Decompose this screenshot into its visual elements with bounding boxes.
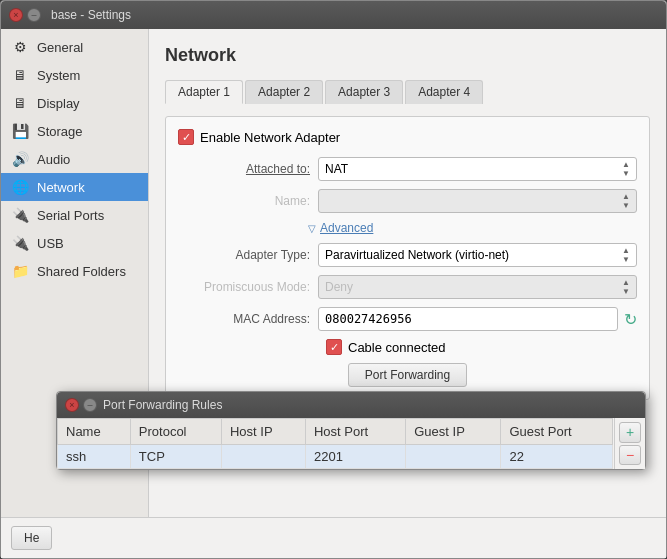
cell-protocol: TCP bbox=[130, 445, 221, 469]
audio-icon: 🔊 bbox=[11, 150, 29, 168]
col-guest-ip: Guest IP bbox=[406, 419, 501, 445]
cell-guest-port: 22 bbox=[501, 445, 613, 469]
help-button[interactable]: He bbox=[11, 526, 52, 550]
adapter-type-label: Adapter Type: bbox=[178, 248, 318, 262]
advanced-arrow-icon: ▽ bbox=[308, 223, 316, 234]
sidebar-item-general[interactable]: ⚙ General bbox=[1, 33, 148, 61]
port-forwarding-table: Name Protocol Host IP Host Port Guest IP… bbox=[57, 418, 613, 469]
add-rule-button[interactable]: + bbox=[619, 422, 641, 443]
settings-box: ✓ Enable Network Adapter Attached to: NA… bbox=[165, 116, 650, 400]
col-protocol: Protocol bbox=[130, 419, 221, 445]
display-icon: 🖥 bbox=[11, 94, 29, 112]
promiscuous-value: Deny bbox=[325, 280, 622, 294]
mac-address-input[interactable] bbox=[318, 307, 618, 331]
name-label: Name: bbox=[178, 194, 318, 208]
adapter-type-select[interactable]: Paravirtualized Network (virtio-net) ▲▼ bbox=[318, 243, 637, 267]
tab-adapter4[interactable]: Adapter 4 bbox=[405, 80, 483, 104]
adapter-tabs: Adapter 1 Adapter 2 Adapter 3 Adapter 4 bbox=[165, 80, 650, 104]
usb-icon: 🔌 bbox=[11, 234, 29, 252]
table-wrapper: Name Protocol Host IP Host Port Guest IP… bbox=[57, 418, 645, 469]
general-icon: ⚙ bbox=[11, 38, 29, 56]
sidebar-item-audio[interactable]: 🔊 Audio bbox=[1, 145, 148, 173]
col-name: Name bbox=[58, 419, 131, 445]
cable-connected-checkbox[interactable]: ✓ bbox=[326, 339, 342, 355]
sidebar-label-system: System bbox=[37, 68, 80, 83]
enable-network-row: ✓ Enable Network Adapter bbox=[178, 129, 637, 145]
cell-name: ssh bbox=[58, 445, 131, 469]
remove-rule-button[interactable]: − bbox=[619, 445, 641, 466]
tab-adapter2[interactable]: Adapter 2 bbox=[245, 80, 323, 104]
sidebar-label-shared-folders: Shared Folders bbox=[37, 264, 126, 279]
adapter-type-spinner[interactable]: ▲▼ bbox=[622, 246, 630, 264]
sidebar-label-usb: USB bbox=[37, 236, 64, 251]
attached-to-spinner[interactable]: ▲▼ bbox=[622, 160, 630, 178]
minimize-button[interactable]: – bbox=[27, 8, 41, 22]
dialog-title: Port Forwarding Rules bbox=[103, 398, 222, 412]
window-title: base - Settings bbox=[51, 8, 131, 22]
page-title: Network bbox=[165, 45, 650, 66]
cable-connected-label: Cable connected bbox=[348, 340, 446, 355]
cell-guest-ip bbox=[406, 445, 501, 469]
name-input[interactable]: ▲▼ bbox=[318, 189, 637, 213]
enable-network-label: Enable Network Adapter bbox=[200, 130, 340, 145]
port-forwarding-row: Port Forwarding bbox=[178, 363, 637, 387]
dialog-title-buttons: × – bbox=[65, 398, 97, 412]
table-row[interactable]: ssh TCP 2201 22 bbox=[58, 445, 613, 469]
sidebar-label-network: Network bbox=[37, 180, 85, 195]
sidebar-item-display[interactable]: 🖥 Display bbox=[1, 89, 148, 117]
cell-host-ip bbox=[221, 445, 305, 469]
mac-address-row: MAC Address: ↻ bbox=[178, 307, 637, 331]
title-bar-buttons: × – bbox=[9, 8, 41, 22]
mac-address-label: MAC Address: bbox=[178, 312, 318, 326]
name-spinner[interactable]: ▲▼ bbox=[622, 192, 630, 210]
advanced-row: ▽ Advanced bbox=[178, 221, 637, 235]
attached-to-value: NAT bbox=[325, 162, 622, 176]
sidebar-label-storage: Storage bbox=[37, 124, 83, 139]
sidebar-label-serial-ports: Serial Ports bbox=[37, 208, 104, 223]
dialog-close-button[interactable]: × bbox=[65, 398, 79, 412]
enable-network-checkbox[interactable]: ✓ bbox=[178, 129, 194, 145]
promiscuous-label: Promiscuous Mode: bbox=[178, 280, 318, 294]
sidebar-label-display: Display bbox=[37, 96, 80, 111]
sidebar-label-audio: Audio bbox=[37, 152, 70, 167]
sidebar-item-storage[interactable]: 💾 Storage bbox=[1, 117, 148, 145]
sidebar-item-usb[interactable]: 🔌 USB bbox=[1, 229, 148, 257]
dialog-content: Name Protocol Host IP Host Port Guest IP… bbox=[57, 418, 645, 469]
storage-icon: 💾 bbox=[11, 122, 29, 140]
promiscuous-spinner[interactable]: ▲▼ bbox=[622, 278, 630, 296]
main-window: × – base - Settings ⚙ General 🖥 System 🖥… bbox=[0, 0, 667, 559]
adapter-type-row: Adapter Type: Paravirtualized Network (v… bbox=[178, 243, 637, 267]
tab-adapter1[interactable]: Adapter 1 bbox=[165, 80, 243, 104]
promiscuous-row: Promiscuous Mode: Deny ▲▼ bbox=[178, 275, 637, 299]
shared-folders-icon: 📁 bbox=[11, 262, 29, 280]
sidebar-item-shared-folders[interactable]: 📁 Shared Folders bbox=[1, 257, 148, 285]
attached-to-label: Attached to: bbox=[178, 162, 318, 176]
network-icon: 🌐 bbox=[11, 178, 29, 196]
sidebar-item-system[interactable]: 🖥 System bbox=[1, 61, 148, 89]
cell-host-port: 2201 bbox=[305, 445, 405, 469]
cable-connected-row: ✓ Cable connected bbox=[178, 339, 637, 355]
advanced-label[interactable]: Advanced bbox=[320, 221, 373, 235]
sidebar-item-network[interactable]: 🌐 Network bbox=[1, 173, 148, 201]
col-guest-port: Guest Port bbox=[501, 419, 613, 445]
promiscuous-select[interactable]: Deny ▲▼ bbox=[318, 275, 637, 299]
attached-to-row: Attached to: NAT ▲▼ bbox=[178, 157, 637, 181]
sidebar-item-serial-ports[interactable]: 🔌 Serial Ports bbox=[1, 201, 148, 229]
dialog-min-button[interactable]: – bbox=[83, 398, 97, 412]
name-row: Name: ▲▼ bbox=[178, 189, 637, 213]
refresh-mac-button[interactable]: ↻ bbox=[624, 310, 637, 329]
dialog-title-bar: × – Port Forwarding Rules bbox=[57, 392, 645, 418]
title-bar: × – base - Settings bbox=[1, 1, 666, 29]
bottom-bar: He bbox=[1, 517, 666, 558]
sidebar-label-general: General bbox=[37, 40, 83, 55]
serial-ports-icon: 🔌 bbox=[11, 206, 29, 224]
attached-to-select[interactable]: NAT ▲▼ bbox=[318, 157, 637, 181]
table-side-buttons: + − bbox=[614, 418, 645, 469]
adapter-type-value: Paravirtualized Network (virtio-net) bbox=[325, 248, 622, 262]
col-host-ip: Host IP bbox=[221, 419, 305, 445]
port-forwarding-dialog: × – Port Forwarding Rules Name Protocol … bbox=[56, 391, 646, 470]
close-button[interactable]: × bbox=[9, 8, 23, 22]
tab-adapter3[interactable]: Adapter 3 bbox=[325, 80, 403, 104]
port-forwarding-button[interactable]: Port Forwarding bbox=[348, 363, 467, 387]
system-icon: 🖥 bbox=[11, 66, 29, 84]
